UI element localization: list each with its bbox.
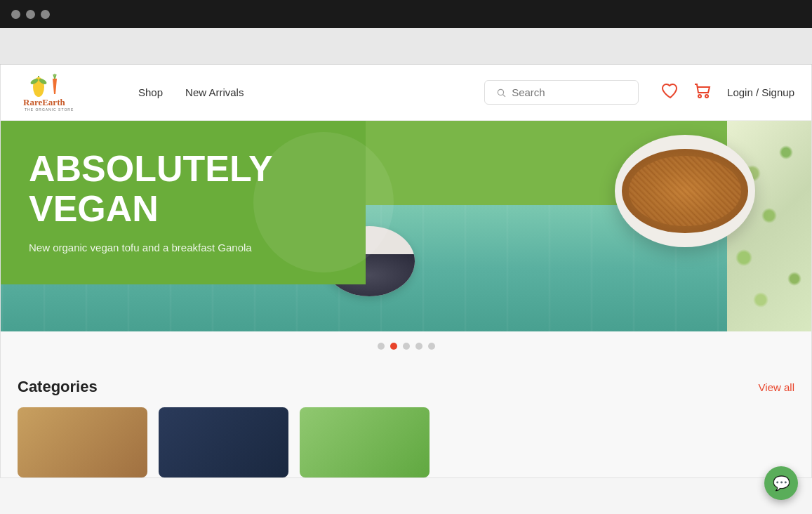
hero-text-panel: ABSOLUTELYVEGAN New organic vegan tofu a… — [1, 121, 366, 284]
granola — [622, 149, 748, 233]
svg-text:RareEarth: RareEarth — [23, 97, 65, 107]
os-dot-minimize[interactable] — [26, 10, 35, 19]
hero-title: ABSOLUTELYVEGAN — [29, 149, 338, 229]
header-actions: Login / Signup — [661, 83, 794, 103]
svg-point-13 — [705, 95, 708, 98]
hero-banner: ABSOLUTELYVEGAN New organic vegan tofu a… — [1, 121, 811, 331]
login-signup-button[interactable]: Login / Signup — [727, 86, 794, 98]
carousel-dot-2[interactable] — [403, 343, 410, 350]
granola-bowl — [615, 135, 755, 247]
cart-icon[interactable] — [693, 83, 713, 103]
svg-text:THE ORGANIC STORE: THE ORGANIC STORE — [25, 107, 74, 112]
carousel-dot-3[interactable] — [415, 343, 422, 350]
nav-shop[interactable]: Shop — [138, 86, 163, 98]
carousel-dot-0[interactable] — [378, 343, 385, 350]
search-input[interactable] — [512, 86, 627, 98]
os-title-bar — [0, 0, 812, 28]
site-header: RareEarth THE ORGANIC STORE Shop New Arr… — [1, 65, 811, 121]
categories-row — [18, 407, 794, 477]
category-thumb-2[interactable] — [159, 407, 288, 477]
categories-section: Categories View all — [1, 361, 811, 477]
carousel-dot-1[interactable] — [390, 343, 397, 350]
search-bar — [484, 80, 639, 105]
svg-line-11 — [503, 94, 505, 96]
carousel-dots — [1, 331, 811, 361]
main-nav: Shop New Arrivals — [138, 86, 484, 98]
category-thumb-1[interactable] — [18, 407, 147, 477]
wishlist-icon[interactable] — [661, 83, 679, 103]
granola-bowl-container — [615, 135, 755, 261]
logo-area[interactable]: RareEarth THE ORGANIC STORE — [18, 72, 116, 114]
svg-marker-4 — [53, 79, 57, 94]
view-all-button[interactable]: View all — [759, 381, 794, 393]
nav-new-arrivals[interactable]: New Arrivals — [185, 86, 244, 98]
hero-subtitle: New organic vegan tofu and a breakfast G… — [29, 240, 338, 256]
os-dot-close[interactable] — [11, 10, 20, 19]
site-container: RareEarth THE ORGANIC STORE Shop New Arr… — [0, 65, 812, 478]
chat-icon: 💬 — [773, 475, 790, 478]
svg-point-10 — [498, 89, 503, 95]
search-icon — [496, 87, 506, 98]
logo-svg: RareEarth THE ORGANIC STORE — [18, 72, 95, 114]
browser-chrome — [0, 28, 812, 65]
os-dot-fullscreen[interactable] — [41, 10, 50, 19]
carousel-dot-4[interactable] — [428, 343, 435, 350]
categories-header: Categories View all — [18, 378, 794, 396]
svg-point-12 — [698, 95, 701, 98]
categories-title: Categories — [18, 378, 98, 396]
category-thumb-3[interactable] — [300, 407, 430, 477]
